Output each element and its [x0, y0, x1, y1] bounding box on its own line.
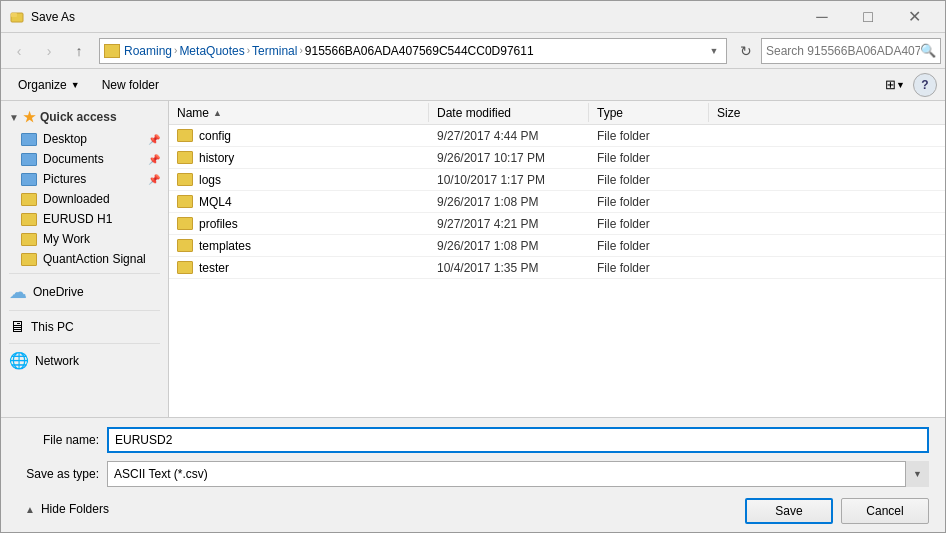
addr-metaquotes[interactable]: MetaQuotes [179, 44, 244, 58]
footer-buttons: Save Cancel [745, 498, 929, 524]
close-button[interactable]: ✕ [891, 1, 937, 33]
filetype-select[interactable]: ASCII Text (*.csv) CSV Files (*.csv) All… [107, 461, 929, 487]
sidebar-item-quantaction-label: QuantAction Signal [43, 252, 146, 266]
sidebar-item-desktop[interactable]: Desktop 📌 [1, 129, 168, 149]
quick-access-header[interactable]: ▼ ★ Quick access [1, 105, 168, 129]
address-dropdown-button[interactable]: ▼ [706, 38, 722, 64]
up-button[interactable]: ↑ [65, 37, 93, 65]
file-name: profiles [199, 217, 238, 231]
addr-sep-3: › [299, 45, 302, 56]
forward-button[interactable]: › [35, 37, 63, 65]
addr-sep-2: › [247, 45, 250, 56]
organize-button[interactable]: Organize ▼ [9, 73, 89, 97]
addr-roaming[interactable]: Roaming [124, 44, 172, 58]
dialog-title: Save As [31, 10, 799, 24]
search-input[interactable] [766, 44, 920, 58]
cancel-button[interactable]: Cancel [841, 498, 929, 524]
file-folder-icon [177, 195, 193, 208]
file-date-cell: 9/26/2017 1:08 PM [429, 239, 589, 253]
sidebar-item-network[interactable]: 🌐 Network [1, 348, 168, 373]
col-name-label: Name [177, 106, 209, 120]
sidebar-divider-2 [9, 310, 160, 311]
pictures-folder-icon [21, 173, 37, 186]
file-type-cell: File folder [589, 195, 709, 209]
file-name-cell: history [169, 151, 429, 165]
desktop-folder-icon [21, 133, 37, 146]
file-date-cell: 9/26/2017 10:17 PM [429, 151, 589, 165]
sidebar-item-mywork[interactable]: My Work [1, 229, 168, 249]
file-type-cell: File folder [589, 151, 709, 165]
maximize-button[interactable]: □ [845, 1, 891, 33]
file-date-cell: 9/27/2017 4:21 PM [429, 217, 589, 231]
table-row[interactable]: config 9/27/2017 4:44 PM File folder [169, 125, 945, 147]
organize-label: Organize [18, 78, 67, 92]
refresh-button[interactable]: ↻ [733, 38, 759, 64]
quick-access-section: ▼ ★ Quick access Desktop 📌 Documents 📌 P… [1, 105, 168, 269]
minimize-button[interactable]: ─ [799, 1, 845, 33]
file-folder-icon [177, 239, 193, 252]
table-row[interactable]: MQL4 9/26/2017 1:08 PM File folder [169, 191, 945, 213]
file-date-cell: 10/10/2017 1:17 PM [429, 173, 589, 187]
save-as-dialog: Save As ─ □ ✕ ‹ › ↑ Roaming › MetaQuotes… [0, 0, 946, 533]
file-list-header: Name ▲ Date modified Type Size [169, 101, 945, 125]
col-header-date[interactable]: Date modified [429, 103, 589, 122]
file-folder-icon [177, 261, 193, 274]
title-bar: Save As ─ □ ✕ [1, 1, 945, 33]
file-folder-icon [177, 217, 193, 230]
filename-input[interactable] [107, 427, 929, 453]
search-box: 🔍 [761, 38, 941, 64]
table-row[interactable]: history 9/26/2017 10:17 PM File folder [169, 147, 945, 169]
view-icon: ⊞ [885, 77, 896, 92]
file-name-cell: templates [169, 239, 429, 253]
addr-terminal[interactable]: Terminal [252, 44, 297, 58]
dialog-icon [9, 9, 25, 25]
new-folder-button[interactable]: New folder [93, 73, 168, 97]
hide-folders-button[interactable]: ▲ Hide Folders [17, 498, 117, 520]
mywork-folder-icon [21, 233, 37, 246]
quantaction-folder-icon [21, 253, 37, 266]
file-name: MQL4 [199, 195, 232, 209]
quick-access-label: Quick access [40, 110, 117, 124]
file-folder-icon [177, 173, 193, 186]
downloaded-folder-icon [21, 193, 37, 206]
sidebar-item-downloaded[interactable]: Downloaded [1, 189, 168, 209]
col-header-size[interactable]: Size [709, 103, 789, 122]
sidebar-item-onedrive-label: OneDrive [33, 285, 84, 299]
filetype-row: Save as type: ASCII Text (*.csv) CSV Fil… [17, 460, 929, 488]
sidebar-divider-3 [9, 343, 160, 344]
sidebar-item-mywork-label: My Work [43, 232, 90, 246]
command-toolbar: Organize ▼ New folder ⊞ ▼ ? [1, 69, 945, 101]
col-size-label: Size [717, 106, 740, 120]
sidebar-item-quantaction[interactable]: QuantAction Signal [1, 249, 168, 269]
file-name: templates [199, 239, 251, 253]
sidebar-item-documents[interactable]: Documents 📌 [1, 149, 168, 169]
sidebar-item-documents-label: Documents [43, 152, 104, 166]
bottom-area: File name: Save as type: ASCII Text (*.c… [1, 417, 945, 532]
svg-rect-1 [11, 13, 17, 17]
file-name-cell: profiles [169, 217, 429, 231]
view-button[interactable]: ⊞ ▼ [881, 73, 909, 97]
col-header-name[interactable]: Name ▲ [169, 103, 429, 122]
table-row[interactable]: templates 9/26/2017 1:08 PM File folder [169, 235, 945, 257]
sidebar-item-onedrive[interactable]: ☁ OneDrive [1, 278, 168, 306]
filename-row: File name: [17, 426, 929, 454]
addr-current: 915566BA06ADA407569C544CC0D97611 [305, 44, 534, 58]
addr-sep-1: › [174, 45, 177, 56]
window-controls: ─ □ ✕ [799, 1, 937, 33]
documents-folder-icon [21, 153, 37, 166]
table-row[interactable]: logs 10/10/2017 1:17 PM File folder [169, 169, 945, 191]
address-bar: Roaming › MetaQuotes › Terminal › 915566… [99, 38, 727, 64]
col-header-type[interactable]: Type [589, 103, 709, 122]
thispc-icon: 🖥 [9, 318, 25, 336]
table-row[interactable]: profiles 9/27/2017 4:21 PM File folder [169, 213, 945, 235]
file-folder-icon [177, 129, 193, 142]
sidebar-item-thispc[interactable]: 🖥 This PC [1, 315, 168, 339]
table-row[interactable]: tester 10/4/2017 1:35 PM File folder [169, 257, 945, 279]
file-name-cell: config [169, 129, 429, 143]
sidebar-item-pictures[interactable]: Pictures 📌 [1, 169, 168, 189]
back-button[interactable]: ‹ [5, 37, 33, 65]
help-button[interactable]: ? [913, 73, 937, 97]
sidebar-item-eurusd[interactable]: EURUSD H1 [1, 209, 168, 229]
file-name: config [199, 129, 231, 143]
save-button[interactable]: Save [745, 498, 833, 524]
